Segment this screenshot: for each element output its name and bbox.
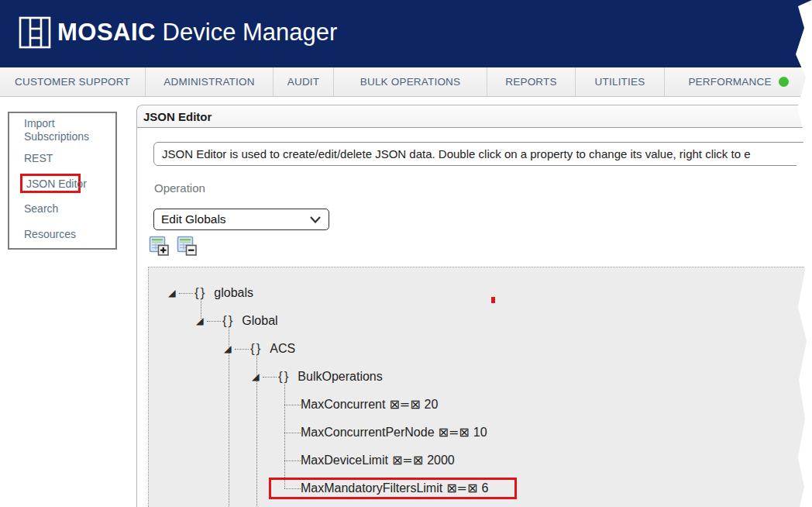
tree-connector — [284, 488, 301, 489]
tree-expander-global[interactable]: ◢ — [196, 316, 206, 326]
property-name: MaxMandatoryFiltersLimit — [301, 481, 442, 495]
page-title: JSON Editor — [143, 110, 212, 123]
property-name: MaxConcurrent — [301, 398, 385, 411]
json-tree-panel: ◢ ◢ ◢ ◢ {}globals {}Global {}ACS {}BulkO… — [148, 267, 812, 507]
nav-tab-label: PERFORMANCE — [688, 76, 771, 88]
tree-connector — [284, 433, 301, 433]
info-message: JSON Editor is used to create/edit/delet… — [153, 142, 809, 166]
tree-node-label: globals — [214, 286, 253, 299]
nav-tab-utilities[interactable]: UTILITIES — [576, 67, 665, 96]
app-title: MOSAIC Device Manager — [57, 19, 337, 47]
tree-connector — [207, 321, 221, 322]
operation-label: Operation — [154, 181, 205, 195]
tree-leaf-maxmandatoryfilterslimit[interactable]: MaxMandatoryFiltersLimit⊠=⊠6 — [301, 479, 488, 498]
tree-node-label: BulkOperations — [298, 370, 382, 383]
property-separator: ⊠=⊠ — [446, 481, 477, 495]
nav-tab-label: CUSTOMER SUPPORT — [15, 76, 130, 88]
sidebar-item-rest[interactable]: REST — [24, 152, 108, 165]
nav-tab-label: UTILITIES — [595, 76, 645, 88]
property-name: MaxConcurrentPerNode — [301, 426, 435, 439]
tree-node-bulkoperations[interactable]: {}BulkOperations — [278, 367, 383, 386]
nav-tab-bulk-operations[interactable]: BULK OPERATIONS — [334, 67, 487, 96]
sidebar-item-import-subscriptions[interactable]: Import Subscriptions — [24, 117, 108, 143]
chevron-down-icon — [310, 216, 321, 223]
app-header: MOSAIC Device Manager — [0, 0, 812, 67]
tree-node-globals[interactable]: {}globals — [194, 284, 253, 302]
tree-expander-bulkoperations[interactable]: ◢ — [252, 372, 262, 382]
main-panel: JSON Editor JSON Editor is used to creat… — [136, 105, 812, 507]
object-braces-icon: {} — [222, 313, 234, 328]
tree-connector — [179, 293, 193, 294]
object-braces-icon: {} — [194, 285, 206, 300]
tree-leaf-maxconcurrent[interactable]: MaxConcurrent⊠=⊠20 — [301, 395, 438, 414]
object-braces-icon: {} — [278, 369, 290, 384]
property-value: 10 — [473, 426, 487, 439]
nav-tab-reports[interactable]: REPORTS — [487, 67, 576, 96]
tree-connector — [235, 349, 249, 350]
nav-tab-audit[interactable]: AUDIT — [274, 67, 334, 96]
red-annotation-dot — [491, 297, 495, 303]
object-braces-icon: {} — [250, 341, 262, 356]
tree-expander-acs[interactable]: ◢ — [224, 344, 234, 354]
nav-tab-performance[interactable]: PERFORMANCE — [665, 67, 812, 96]
json-editor-highlight-box: JSON Editor — [20, 174, 81, 193]
tree-node-label: Global — [242, 314, 277, 327]
nav-tab-administration[interactable]: ADMINISTRATION — [146, 67, 274, 96]
sidebar-item-resources[interactable]: Resources — [24, 228, 108, 241]
property-value: 2000 — [427, 454, 455, 467]
sidebar-menu: Import Subscriptions REST JSON Editor Se… — [8, 112, 117, 250]
main-nav: CUSTOMER SUPPORT ADMINISTRATION AUDIT BU… — [0, 67, 812, 97]
nav-tab-label: REPORTS — [505, 76, 556, 88]
operation-select[interactable]: Edit Globals — [153, 209, 329, 230]
tree-connector — [284, 382, 285, 488]
app-title-brand: MOSAIC — [57, 19, 156, 46]
performance-status-dot — [779, 77, 789, 87]
nav-tab-customer-support[interactable]: CUSTOMER SUPPORT — [0, 67, 146, 96]
property-separator: ⊠=⊠ — [392, 453, 423, 467]
operation-select-value: Edit Globals — [161, 212, 310, 226]
tree-node-label: ACS — [270, 342, 295, 355]
property-value: 6 — [481, 481, 488, 495]
sidebar-item-search[interactable]: Search — [24, 202, 108, 216]
panel-header: JSON Editor — [137, 105, 812, 128]
property-value: 20 — [425, 398, 439, 411]
expand-all-button[interactable] — [149, 236, 170, 257]
tree-expander-globals[interactable]: ◢ — [168, 288, 178, 298]
tree-node-global[interactable]: {}Global — [222, 312, 278, 330]
property-name: MaxDeviceLimit — [301, 454, 388, 467]
property-separator: ⊠=⊠ — [389, 397, 420, 412]
collapse-all-button[interactable] — [177, 236, 198, 257]
nav-tab-label: AUDIT — [287, 76, 320, 88]
tree-node-acs[interactable]: {}ACS — [250, 340, 295, 358]
nav-tab-label: BULK OPERATIONS — [360, 76, 461, 88]
nav-tab-label: ADMINISTRATION — [163, 76, 254, 88]
app-title-suffix: Device Manager — [156, 19, 337, 46]
tree-leaf-maxconcurrentpernode[interactable]: MaxConcurrentPerNode⊠=⊠10 — [301, 423, 487, 442]
app-root: MOSAIC Device Manager CUSTOMER SUPPORT A… — [0, 0, 812, 507]
tree-connector — [284, 405, 301, 405]
mosaic-logo-icon — [19, 16, 51, 49]
tree-leaf-maxdevicelimit[interactable]: MaxDeviceLimit⊠=⊠2000 — [301, 451, 455, 470]
sidebar-item-json-editor[interactable]: JSON Editor — [26, 178, 87, 190]
tree-connector — [284, 460, 301, 461]
property-separator: ⊠=⊠ — [439, 425, 470, 440]
tree-connector — [263, 377, 277, 378]
